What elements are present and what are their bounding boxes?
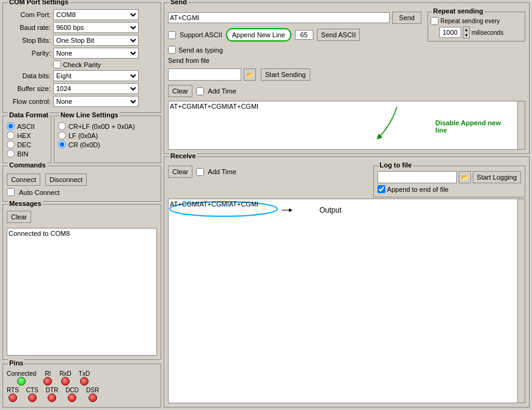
check-parity-checkbox[interactable] [53, 60, 61, 68]
stop-bits-label: Stop Bits: [7, 37, 51, 44]
pin-txd: TxD [79, 370, 90, 386]
com-port-settings-title: COM Port Settings [8, 0, 70, 5]
output-label-container: Output [288, 204, 341, 216]
stop-bits-select[interactable]: One Stop Bit [53, 35, 139, 46]
newline-crlf-label: CR+LF (0x0D + 0x0A) [68, 123, 135, 130]
miliseconds-label: miliseconds [472, 29, 503, 36]
pin-dsr-led [89, 394, 97, 402]
send-ascii-button[interactable]: Send ASCII [317, 29, 360, 41]
support-ascii-label: Support ASCII [180, 31, 222, 38]
start-sending-button[interactable]: Start Sending [261, 68, 310, 81]
pin-connected-led [17, 377, 26, 386]
output-label: Output [319, 206, 341, 214]
repeat-sending-title: Repeat sending [432, 7, 484, 15]
messages-clear-button[interactable]: Clear [7, 211, 31, 223]
pin-txd-label: TxD [79, 370, 90, 377]
data-format-bin-label: BIN [17, 150, 28, 158]
support-ascii-checkbox[interactable] [168, 31, 176, 39]
newline-lf-radio[interactable] [58, 131, 66, 139]
receive-scrollbar[interactable] [518, 199, 525, 403]
data-format-hex-radio[interactable] [7, 131, 15, 139]
flow-control-select[interactable]: None [53, 96, 139, 107]
baud-rate-select[interactable]: 9600 bps [53, 22, 139, 33]
log-to-file-title: Log to file [379, 161, 414, 169]
log-file-browse-button[interactable]: 📂 [459, 171, 471, 183]
buffer-size-select[interactable]: 1024 [53, 83, 139, 94]
data-format-ascii-label: ASCII [17, 123, 35, 130]
append-new-line-button[interactable]: Append New Line [226, 28, 291, 42]
parity-label: Parity: [7, 49, 51, 57]
pin-dcd: DCD [65, 387, 79, 402]
send-text-content: AT+CGMIAT+CGMIAT+CGMI [170, 103, 258, 110]
repeat-every-label: Repeat sending every [440, 18, 500, 24]
com-port-label: Com Port: [7, 11, 51, 18]
messages-group: Messages Clear Connected to COM8 [2, 204, 161, 360]
receive-clear-button[interactable]: Clear [168, 166, 192, 178]
add-time-receive-label: Add Time [208, 168, 236, 175]
commands-title: Commands [8, 161, 47, 169]
auto-connect-checkbox[interactable] [7, 188, 15, 196]
repeat-sending-checkbox[interactable] [431, 17, 439, 25]
pin-txd-led [80, 377, 89, 386]
send-group: Send AT+CGMI Send Support ASCII Append N… [164, 2, 530, 154]
newline-cr-label: CR (0x0D) [68, 141, 100, 148]
append-to-file-checkbox[interactable] [377, 185, 385, 193]
buffer-size-label: Buffer size: [7, 85, 51, 92]
data-format-hex-label: HEX [17, 132, 31, 139]
pin-rxd-led [61, 377, 70, 386]
parity-select[interactable]: None [53, 48, 139, 59]
pin-dcd-label: DCD [65, 387, 79, 394]
add-time-receive-checkbox[interactable] [196, 168, 204, 176]
messages-content: Connected to COM8 [9, 230, 70, 237]
spin-down-button[interactable]: ▼ [464, 32, 469, 38]
send-scrollbar[interactable] [518, 101, 525, 150]
pin-rts-label: RTS [7, 387, 19, 394]
disconnect-button[interactable]: Disconnect [45, 174, 87, 186]
add-time-send-checkbox[interactable] [196, 87, 204, 95]
send-clear-button[interactable]: Clear [168, 85, 192, 97]
repeat-ms-input[interactable]: 1000 [439, 27, 461, 38]
new-line-settings-title: New Line Settings [59, 111, 120, 119]
pin-cts-led [28, 394, 37, 402]
spin-up-button[interactable]: ▲ [464, 27, 469, 32]
send-title: Send [169, 0, 188, 5]
com-port-select[interactable]: COM8 [53, 9, 139, 20]
pin-rts: RTS [7, 387, 19, 402]
data-format-bin-radio[interactable] [7, 150, 15, 158]
pin-dtr-led [48, 394, 56, 402]
log-to-file-box: Log to file 📂 Start Logging Append to en… [373, 166, 525, 197]
newline-crlf-radio[interactable] [58, 122, 66, 130]
data-format-title: Data Format [8, 111, 49, 119]
send-input[interactable]: AT+CGMI [168, 12, 390, 23]
pin-rxd: RxD [59, 370, 71, 386]
send-file-browse-button[interactable]: 📂 [244, 68, 256, 81]
flow-control-label: Flow control: [7, 98, 51, 105]
data-bits-select[interactable]: Eight [53, 70, 139, 81]
send-as-typing-checkbox[interactable] [168, 46, 176, 54]
newline-cr-radio[interactable] [58, 141, 66, 148]
start-logging-button[interactable]: Start Logging [473, 171, 521, 183]
baud-rate-label: Baud rate: [7, 24, 51, 31]
number-display: 65 [295, 30, 313, 40]
data-format-dec-radio[interactable] [7, 141, 15, 148]
pins-group: Pins Connected RI RxD TxD [2, 364, 161, 408]
receive-output-text: AT+CGMIAT+CGMIAT+CGMI [170, 200, 258, 208]
newline-lf-label: LF (0x0A) [68, 132, 98, 139]
auto-connect-label: Auto Connect [19, 189, 60, 196]
send-button[interactable]: Send [392, 12, 421, 24]
pin-ri-led [43, 377, 52, 386]
pin-cts: CTS [26, 387, 38, 402]
log-file-path [377, 171, 457, 183]
new-line-settings-group: New Line Settings CR+LF (0x0D + 0x0A) LF… [54, 115, 161, 163]
receive-group: Receive Clear Add Time Log to file 📂 [164, 156, 530, 408]
send-from-file-label: Send from file [168, 57, 210, 64]
pin-rts-led [9, 394, 17, 402]
messages-title: Messages [8, 200, 43, 207]
data-bits-label: Data bits: [7, 72, 51, 79]
pin-dsr-label: DSR [86, 387, 99, 394]
connect-button[interactable]: Connect [7, 174, 40, 186]
data-format-dec-label: DEC [17, 141, 31, 148]
data-format-ascii-radio[interactable] [7, 122, 15, 130]
pins-title: Pins [8, 359, 24, 367]
com-port-settings-group: COM Port Settings Com Port: COM8 Baud ra… [2, 2, 161, 113]
